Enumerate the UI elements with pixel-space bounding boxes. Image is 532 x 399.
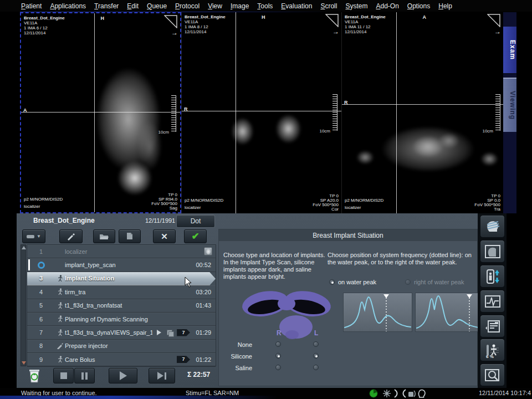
exam-workflow-panel: Breast_Dot_Engine 12/11/1991 Dot ▼ ✕ ✔ [17, 213, 478, 388]
tab-viewing[interactable]: Viewing [503, 78, 516, 132]
user-action-icon [57, 302, 63, 309]
waveform-icon [485, 295, 500, 308]
table-motion-icon [382, 389, 391, 398]
image-reference-button[interactable] [480, 240, 505, 263]
radio-saline-right[interactable] [275, 365, 281, 370]
radio-silicone-left[interactable] [313, 353, 319, 359]
open-folder-button[interactable] [93, 229, 115, 243]
step-name: localizer [65, 248, 204, 255]
play-step-icon[interactable] [157, 330, 161, 335]
viewport-header: Breast_Dot_Engine VE11A 1 IMA 6 / 12 12/… [24, 16, 65, 35]
viewport-transversal[interactable]: Breast_Dot_Engine VE11A 1 IMA 11 / 12 12… [341, 12, 503, 213]
stop-button[interactable] [53, 368, 74, 383]
step-row-t1-fl3d-nonfatsat[interactable]: 5 t1_fl3d_tra_nonfatsat 01:43 [27, 299, 216, 313]
copy-protocol-button[interactable] [119, 229, 141, 243]
sar-value: 6 % [486, 354, 494, 359]
step-row-t1-fl3d-dynaviews[interactable]: 7 t1_fl3d_tra_dynaVIEWS_spair_1 7 01:29 [27, 326, 216, 339]
stop-icon [60, 372, 67, 379]
task-tab-column: Exam Viewing [503, 12, 516, 213]
radio-on-water-peak-label[interactable]: on water peak [338, 279, 376, 285]
orientation-cube-icon[interactable] [164, 15, 177, 28]
orientation-side-label: A [23, 108, 27, 113]
pen-icon [66, 232, 76, 241]
implant-option-silicone-label: Silicone [219, 353, 252, 360]
orientation-cube-icon[interactable] [325, 14, 339, 27]
viewport-sagittal[interactable]: Breast_Dot_Engine VE11A 1 IMA 6 / 12 12/… [20, 12, 181, 213]
radio-none-right[interactable] [275, 341, 281, 347]
scroll-next-arrow-icon[interactable]: → [332, 28, 339, 35]
radio-on-water-peak[interactable] [329, 279, 335, 285]
table-position-button[interactable] [480, 265, 505, 288]
orientation-top-label: A [423, 14, 427, 20]
menu-tools[interactable]: Tools [257, 2, 273, 10]
implant-option-none-label: None [219, 341, 252, 348]
step-row-planning-dynamic[interactable]: 6 Planning of Dynamic Scanning [27, 313, 216, 326]
dropdown-arrow-icon: ▼ [37, 234, 41, 239]
queue-position-badge: 7 [177, 356, 190, 363]
menu-edit[interactable]: Edit [127, 2, 139, 10]
image-thumbnail-icon[interactable] [204, 247, 212, 255]
step-name: Care Bolus [65, 356, 173, 363]
radio-silicone-right[interactable] [275, 353, 281, 359]
menu-addon[interactable]: Add-On [376, 2, 398, 10]
sar-monitor-button[interactable]: 6 % [480, 339, 505, 361]
cancel-step-button[interactable]: ✕ [153, 229, 176, 243]
step-number: 6 [27, 316, 55, 323]
radio-saline-left[interactable] [313, 365, 319, 370]
menu-view[interactable]: View [208, 2, 222, 10]
scroll-next-arrow-icon[interactable]: → [494, 28, 501, 35]
tab-exam[interactable]: Exam [503, 27, 516, 74]
confirm-button[interactable]: ✔ [184, 229, 207, 243]
scroll-next-arrow-icon[interactable]: → [171, 29, 178, 37]
scroll-up-icon[interactable] [22, 246, 26, 249]
menu-protocol[interactable]: Protocol [175, 2, 200, 10]
scroll-down-icon[interactable] [22, 361, 26, 365]
software-version: VE11A [24, 21, 37, 25]
skip-button[interactable] [149, 368, 175, 383]
pen-icon [57, 342, 63, 349]
step-row-localizer[interactable]: 1 localizer [27, 245, 216, 258]
pause-icon [81, 372, 88, 380]
slice-positioning-button[interactable] [480, 215, 505, 238]
menu-help[interactable]: Help [438, 2, 452, 10]
instruction-left: Choose type and location of implants. In… [223, 252, 325, 280]
menu-image[interactable]: Image [231, 2, 249, 10]
menu-evaluation[interactable]: Evaluation [281, 2, 312, 10]
step-row-implant-type-scan[interactable]: implant_type_scan 00:52 [27, 258, 216, 272]
physio-signal-button[interactable] [480, 290, 505, 313]
menu-applications[interactable]: Applications [50, 2, 86, 10]
strip-tool-button[interactable]: ▼ [22, 229, 45, 243]
radio-right-of-water-peak-label[interactable]: right of water peak [414, 279, 464, 285]
play-button[interactable] [109, 368, 137, 383]
user-action-icon [57, 315, 63, 323]
protocol-scrollbar[interactable] [21, 244, 26, 366]
coil-brackets-icon [393, 389, 407, 398]
spectrum-plot-right-of-water-peak [415, 293, 484, 332]
menu-transfer[interactable]: Transfer [94, 2, 119, 10]
left-side-label: L [314, 329, 318, 337]
skip-icon [157, 372, 166, 380]
recycle-bin-icon[interactable] [28, 368, 41, 383]
menu-system[interactable]: System [345, 2, 367, 10]
exam-report-button[interactable] [480, 315, 505, 337]
step-row-prepare-injector[interactable]: 8 Prepare injector [27, 340, 216, 353]
radio-none-left[interactable] [313, 341, 319, 347]
injector-pen-button[interactable] [59, 229, 83, 243]
menu-options[interactable]: Options [407, 2, 430, 10]
menu-scroll[interactable]: Scroll [320, 2, 337, 10]
implant-option-saline-label: Saline [219, 365, 252, 371]
step-name: t1_fl3d_tra_nonfatsat [65, 302, 190, 309]
system-datetime: 12/11/2014 10:17:4 [479, 390, 531, 396]
pause-button[interactable] [74, 368, 95, 383]
menu-patient[interactable]: Patient [21, 2, 42, 10]
viewport-coronal[interactable]: Breast_Dot_Engine VE11A 1 IMA 8 / 12 12/… [181, 12, 341, 213]
viewport-footer-left: p2 M/NORM/DIS2D localizer [24, 196, 63, 210]
step-row-care-bolus[interactable]: 9 Care Bolus 7 01:22 [27, 353, 216, 366]
radio-right-of-water-peak[interactable] [405, 279, 411, 285]
step-duration: 00:52 [190, 262, 216, 268]
orientation-cube-icon[interactable] [487, 14, 500, 27]
menu-queue[interactable]: Queue [147, 2, 167, 10]
image-zoom-button[interactable] [480, 364, 505, 386]
mouse-cursor [185, 277, 192, 288]
dot-button[interactable]: Dot [176, 214, 215, 228]
